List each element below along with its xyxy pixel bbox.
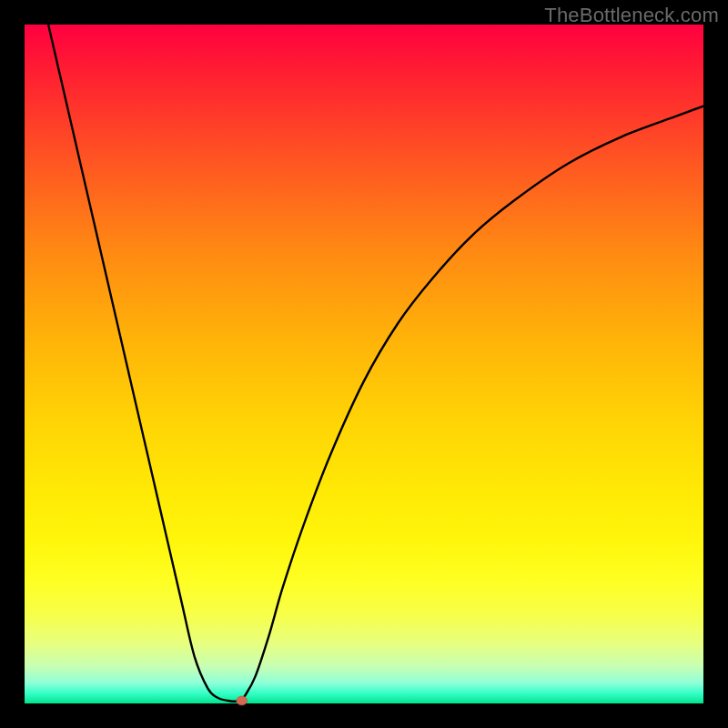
plot-area bbox=[25, 25, 703, 703]
chart-frame: TheBottleneck.com bbox=[0, 0, 728, 728]
curve-layer bbox=[25, 25, 703, 703]
bottleneck-curve bbox=[48, 25, 703, 702]
optimal-point-marker bbox=[237, 696, 248, 705]
watermark-text: TheBottleneck.com bbox=[544, 4, 719, 27]
